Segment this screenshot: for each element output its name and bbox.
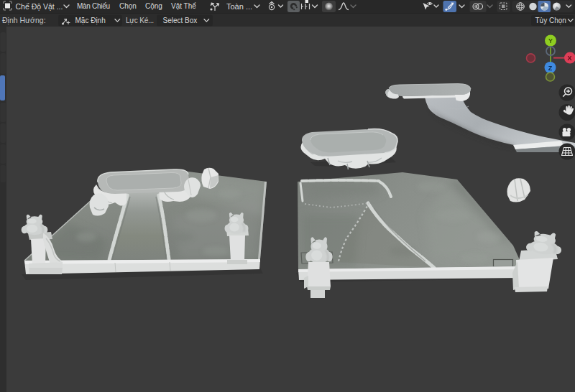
svg-text:X: X [567, 55, 571, 62]
svg-text:Z: Z [548, 65, 553, 72]
svg-text:Y: Y [548, 37, 553, 45]
